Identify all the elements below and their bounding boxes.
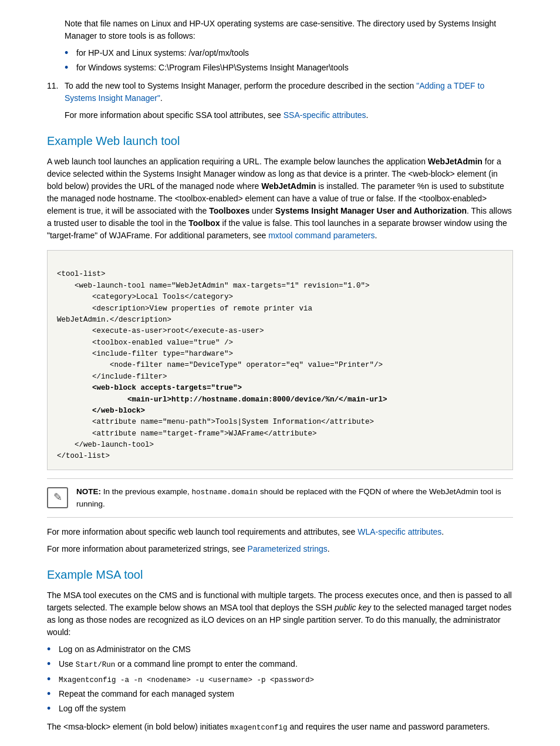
intro-bullets: for HP-UX and Linux systems: /var/opt/mx… <box>65 47 513 74</box>
step-11-text: To add the new tool to Systems Insight M… <box>65 80 513 104</box>
step-11: 11. To add the new tool to Systems Insig… <box>47 80 513 104</box>
toolbox-bold: Toolbox <box>188 218 220 228</box>
after-note-2: For more information about parameterized… <box>47 543 513 555</box>
parameterized-strings-link[interactable]: Parameterized strings <box>248 544 328 553</box>
msa-bullet-3: Mxagentconfig -a -n <nodename> -u <usern… <box>47 673 513 686</box>
note-label: NOTE: <box>76 487 101 496</box>
mxagentconfig-code: Mxagentconfig -a -n <nodename> -u <usern… <box>59 676 314 684</box>
msa-bullet-4: Repeat the command for each managed syst… <box>47 688 513 700</box>
webjetadmin-bold-2: WebJetAdmin <box>261 181 316 191</box>
msa-bullet-1: Log on as Administrator on the CMS <box>47 643 513 656</box>
section-msa: Example MSA tool The MSA tool executes o… <box>47 566 513 734</box>
wla-attributes-link[interactable]: WLA-specific attributes <box>357 527 441 536</box>
step-11-number: 11. <box>47 80 65 104</box>
msa-bullets: Log on as Administrator on the CMS Use S… <box>47 643 513 715</box>
ssa-attributes-link[interactable]: SSA-specific attributes <box>284 110 366 120</box>
webjetadmin-bold-1: WebJetAdmin <box>428 157 483 166</box>
intro-bullet-2: for Windows systems: C:\Program Files\HP… <box>65 62 513 74</box>
start-run-code: Start/Run <box>76 661 116 669</box>
hostname-domain-code: hostname.domain <box>192 488 258 497</box>
intro-more-info: For more information about specific SSA … <box>65 109 513 121</box>
mxtool-params-link[interactable]: mxtool command parameters <box>268 231 375 240</box>
sim-auth-bold: Systems Insight Manager User and Authori… <box>275 206 467 215</box>
msa-bullet-5: Log off the system <box>47 703 513 715</box>
msa-heading: Example MSA tool <box>47 566 513 583</box>
note-icon <box>47 487 68 508</box>
msa-bullet-2: Use Start/Run or a command line prompt t… <box>47 658 513 671</box>
note-text-content: NOTE: In the previous example, hostname.… <box>76 486 513 510</box>
after-note-1: For more information about specific web … <box>47 526 513 538</box>
web-launch-heading: Example Web launch tool <box>47 132 513 150</box>
mxagentconfig-inline: mxagentconfig <box>230 724 288 732</box>
toolboxes-bold: Toolboxes <box>209 206 249 215</box>
web-launch-code: <tool-list> <web-launch-tool name="WebJe… <box>47 250 513 470</box>
note-box: NOTE: In the previous example, hostname.… <box>47 478 513 518</box>
section-web-launch: Example Web launch tool A web launch too… <box>47 132 513 555</box>
public-key-italic: public key <box>335 603 371 612</box>
intro-note-line: Note that file names on Linux and HP-UX … <box>65 18 513 42</box>
intro-bullet-1: for HP-UX and Linux systems: /var/opt/mx… <box>65 47 513 59</box>
intro-section: Note that file names on Linux and HP-UX … <box>47 18 513 121</box>
web-launch-para1: A web launch tool launches an applicatio… <box>47 156 513 242</box>
msa-para1: The MSA tool executes on the CMS and is … <box>47 589 513 639</box>
msa-para2: The <msa-block> element (in bold below) … <box>47 721 513 734</box>
